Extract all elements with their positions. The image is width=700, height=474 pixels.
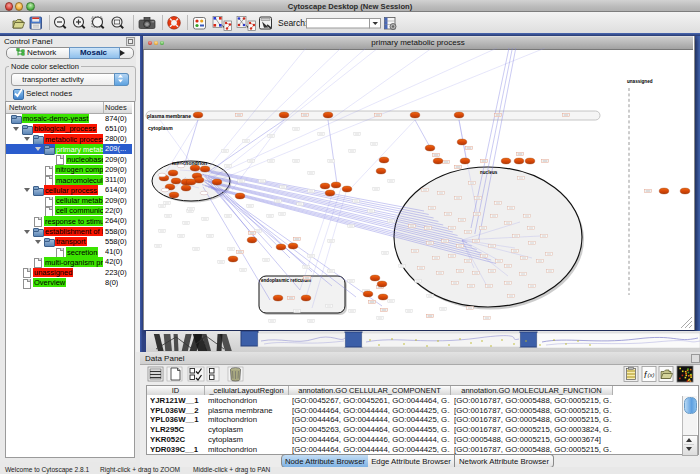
svg-text:cytoplasm: cytoplasm — [148, 125, 173, 131]
svg-text:(x): (x) — [648, 372, 655, 378]
svg-text:Search:: Search: — [278, 18, 307, 28]
svg-text:unassigned: unassigned — [627, 79, 653, 84]
svg-text:plasma membrane: plasma membrane — [147, 113, 191, 119]
